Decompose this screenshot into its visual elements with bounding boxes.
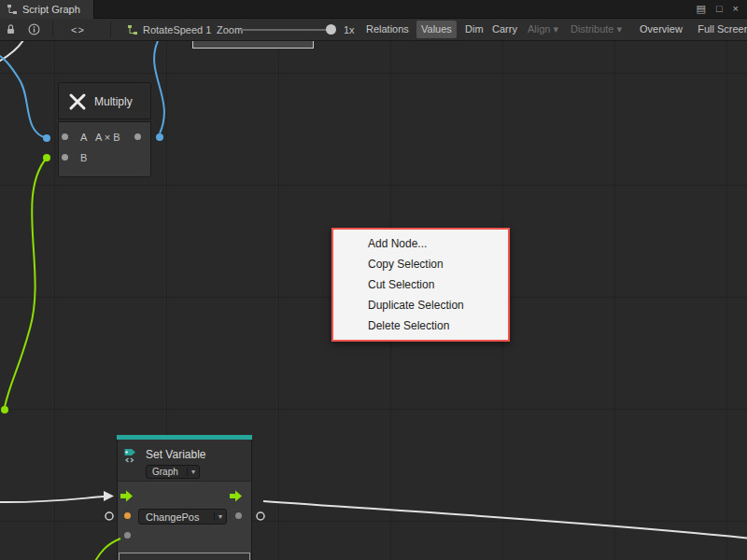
wire-endpoint-green[interactable] — [1, 406, 8, 413]
multiply-node-title: Multiply — [94, 83, 133, 120]
dim-button[interactable]: Dim — [460, 21, 488, 38]
info-icon[interactable] — [28, 19, 40, 40]
maximize-icon[interactable]: □ — [716, 3, 723, 15]
menu-item-copy-selection[interactable]: Copy Selection — [333, 254, 508, 274]
window-controls: ▤ □ × — [697, 3, 747, 15]
canvas-context-menu: Add Node... Copy Selection Cut Selection… — [331, 228, 510, 342]
toolbar-separator — [52, 21, 53, 37]
align-dropdown[interactable]: Align ▾ — [523, 21, 563, 38]
variable-name-value: ChangePos — [146, 511, 200, 523]
menu-item-duplicate-selection[interactable]: Duplicate Selection — [333, 295, 508, 315]
wire-blue-port-a — [0, 52, 47, 138]
port-out-label: A × B — [95, 132, 120, 143]
variable-name-dropdown[interactable]: ChangePos ▾ — [138, 509, 227, 525]
external-port-circle[interactable] — [106, 512, 113, 520]
variable-output[interactable] — [235, 512, 242, 519]
distribute-dropdown[interactable]: Distribute ▾ — [566, 21, 627, 38]
graph-toolbar: <> RotateSpeed 1 Zoom 1x Relations Value… — [0, 19, 747, 41]
script-graph-icon — [7, 4, 18, 15]
graph-asset-icon — [127, 24, 138, 35]
fullscreen-button[interactable]: Full Screen — [691, 21, 747, 38]
wire-endpoint-green[interactable] — [43, 154, 50, 161]
carry-button[interactable]: Carry — [487, 21, 522, 38]
variable-scope-dropdown[interactable]: Graph ▾ — [146, 465, 200, 479]
extra-input-port[interactable] — [124, 532, 131, 539]
wire-endpoint-blue[interactable] — [43, 134, 50, 142]
menu-item-cut-selection[interactable]: Cut Selection — [333, 274, 508, 295]
node-footer-panel — [119, 553, 250, 560]
port-out-output[interactable] — [134, 133, 141, 140]
tab-title: Script Graph — [22, 4, 80, 15]
menu-item-add-node[interactable]: Add Node... — [333, 233, 508, 254]
window-tab-bar: Script Graph ▤ □ × — [0, 0, 747, 19]
chevron-down-icon: ▾ — [187, 468, 199, 476]
flow-arrowhead — [104, 491, 114, 501]
zoom-value: 1x — [344, 19, 355, 40]
offscreen-node-fragment — [192, 41, 314, 49]
variable-scope-value: Graph — [152, 467, 178, 477]
wire-green-port-b — [5, 158, 47, 407]
values-button[interactable]: Values — [416, 21, 457, 38]
layout-icon[interactable]: ▤ — [697, 3, 706, 15]
port-a-label: A — [80, 132, 87, 143]
code-view-icon[interactable]: <> — [71, 19, 85, 40]
set-variable-title: Set Variable — [146, 448, 205, 461]
port-b-input[interactable] — [62, 154, 68, 161]
wire-white-topleft — [0, 41, 23, 63]
multiply-node[interactable]: Multiply A A × B B — [58, 82, 151, 177]
zoom-slider[interactable] — [239, 29, 335, 31]
tab-script-graph[interactable]: Script Graph — [0, 0, 94, 19]
set-variable-header: Set Variable Graph ▾ — [117, 440, 252, 481]
breadcrumb-label: RotateSpeed 1 — [143, 24, 211, 35]
port-b-label: B — [80, 152, 87, 163]
wire-blue-top — [154, 41, 164, 133]
external-port-circle[interactable] — [257, 512, 264, 520]
set-variable-node[interactable]: Set Variable Graph ▾ ChangePos ▾ — [117, 435, 252, 560]
multiply-node-header: Multiply — [58, 82, 151, 119]
multiply-node-body — [58, 121, 151, 177]
relations-button[interactable]: Relations — [361, 21, 414, 38]
lock-icon[interactable] — [6, 19, 16, 40]
port-a-input[interactable] — [62, 133, 68, 140]
chevron-down-icon: ▾ — [214, 512, 226, 521]
wire-white-flow-out — [263, 501, 747, 539]
wire-endpoint-blue[interactable] — [156, 133, 163, 141]
breadcrumb[interactable]: RotateSpeed 1 — [127, 19, 211, 40]
toolbar-separator — [110, 21, 111, 37]
wire-white-flow-in — [0, 497, 104, 502]
menu-item-delete-selection[interactable]: Delete Selection — [333, 315, 508, 336]
zoom-slider-handle[interactable] — [326, 24, 336, 35]
set-variable-icon — [123, 447, 140, 464]
close-icon[interactable]: × — [733, 3, 739, 15]
overview-button[interactable]: Overview — [635, 21, 687, 38]
variable-value-input[interactable] — [124, 512, 131, 519]
multiply-icon — [67, 91, 88, 112]
